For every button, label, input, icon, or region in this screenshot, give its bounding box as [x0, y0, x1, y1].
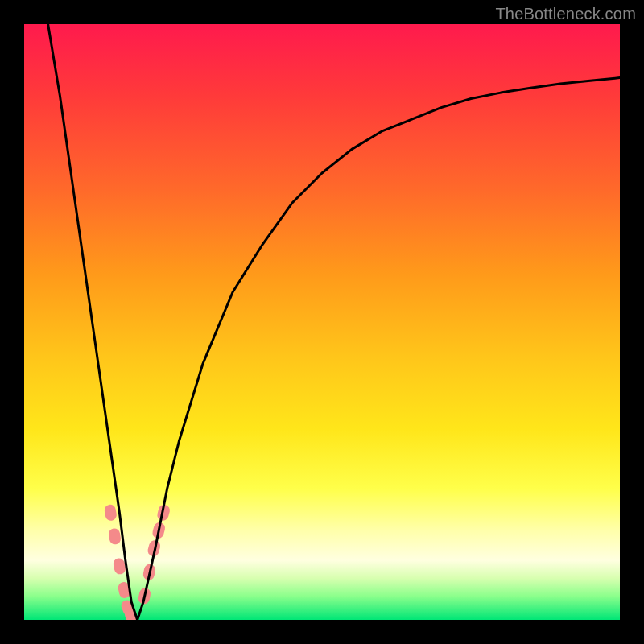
svg-rect-0 [104, 504, 118, 522]
bottleneck-curve [48, 24, 620, 620]
plot-area [24, 24, 620, 620]
chart-frame: TheBottleneck.com [0, 0, 644, 644]
watermark-text: TheBottleneck.com [495, 5, 636, 23]
curve-layer [24, 24, 620, 620]
svg-rect-1 [108, 527, 122, 545]
